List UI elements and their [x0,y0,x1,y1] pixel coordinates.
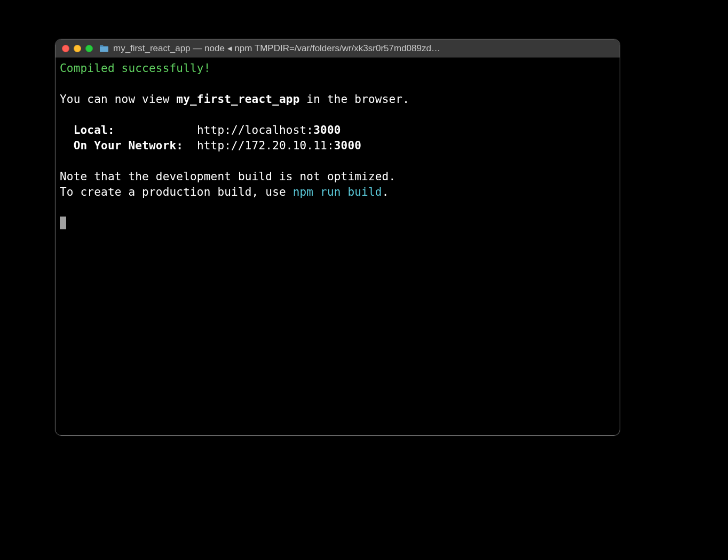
window-title: my_first_react_app — node ◂ npm TMPDIR=/… [113,43,440,54]
network-port: 3000 [334,139,361,152]
view-line-prefix: You can now view [60,93,176,106]
note-line-2-prefix: To create a production build, use [60,186,293,198]
note-line-2-suffix: . [382,186,389,198]
local-label: Local: [74,124,115,137]
network-label: On Your Network: [74,139,184,152]
local-url-prefix: http://localhost: [197,124,313,137]
folder-icon [99,45,109,52]
close-button[interactable] [62,45,69,52]
local-port: 3000 [313,124,341,137]
minimize-button[interactable] [74,45,81,52]
terminal-window: my_first_react_app — node ◂ npm TMPDIR=/… [55,39,620,436]
terminal-body[interactable]: Compiled successfully! You can now view … [56,58,620,234]
note-line-1: Note that the development build is not o… [60,170,395,183]
view-line-suffix: in the browser. [300,93,410,106]
cursor [60,217,66,229]
traffic-lights [62,45,93,52]
build-command: npm run build [293,186,382,198]
title-content: my_first_react_app — node ◂ npm TMPDIR=/… [99,43,613,54]
titlebar[interactable]: my_first_react_app — node ◂ npm TMPDIR=/… [56,39,620,58]
compile-status: Compiled successfully! [60,62,211,75]
zoom-button[interactable] [85,45,93,52]
network-url-prefix: http://172.20.10.11: [197,139,334,152]
app-name: my_first_react_app [176,93,299,106]
